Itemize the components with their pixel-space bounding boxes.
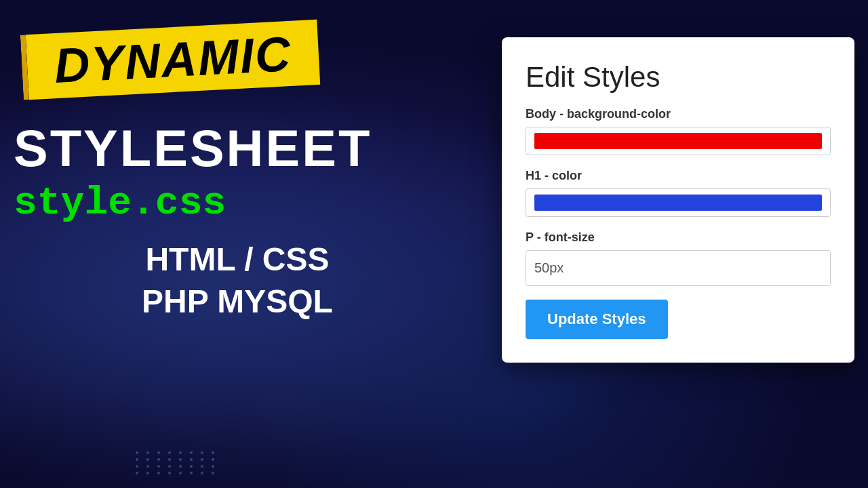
dynamic-banner: DYNAMIC <box>26 20 320 100</box>
field1-label: Body - background-color <box>526 107 831 121</box>
panel-title: Edit Styles <box>526 61 831 94</box>
style-css-label: style.css <box>14 181 461 225</box>
field3-label: P - font-size <box>526 230 831 245</box>
field2-label: H1 - color <box>526 169 831 183</box>
tech-line1: HTML / CSS <box>14 239 461 281</box>
update-styles-button[interactable]: Update Styles <box>526 300 668 339</box>
dots-decoration-bottom-left <box>136 451 218 474</box>
font-size-input[interactable] <box>526 250 831 286</box>
field1-color-input[interactable] <box>526 127 831 155</box>
h1-color-bar <box>534 195 822 211</box>
edit-styles-panel: Edit Styles Body - background-color H1 -… <box>502 37 854 363</box>
field2-color-input[interactable] <box>526 188 831 217</box>
tech-labels: HTML / CSS PHP MYSQL <box>14 239 461 323</box>
left-content-area: DYNAMIC STYLESHEET style.css HTML / CSS … <box>14 27 461 323</box>
stylesheet-label: STYLESHEET <box>14 123 461 174</box>
dynamic-label: DYNAMIC <box>53 26 293 93</box>
tech-line2: PHP MYSQL <box>14 281 461 323</box>
body-background-color-bar <box>534 133 822 149</box>
